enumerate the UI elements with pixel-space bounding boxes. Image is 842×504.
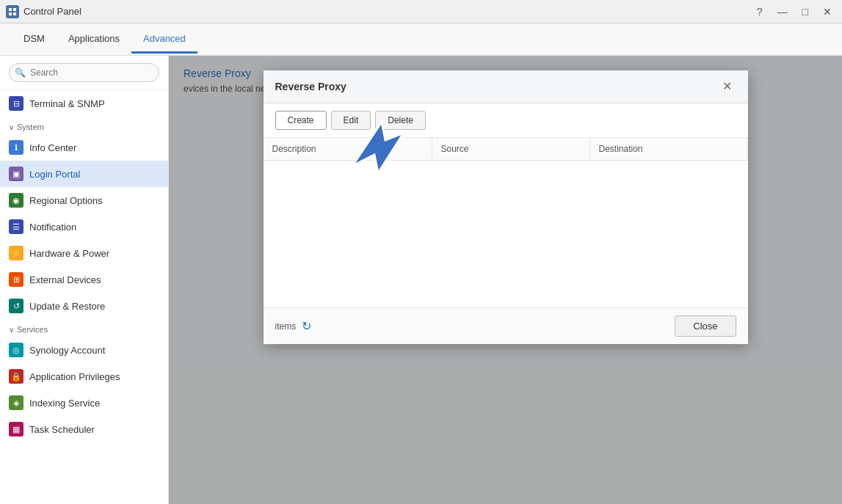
svg-rect-0	[9, 8, 12, 11]
indexing-service-icon: ◈	[9, 395, 23, 410]
update-restore-label: Update & Restore	[29, 301, 105, 312]
col-destination: Destination	[590, 138, 748, 160]
delete-button[interactable]: Delete	[375, 111, 426, 130]
help-button[interactable]: ?	[752, 4, 767, 19]
sidebar-item-indexing-service[interactable]: ◈ Indexing Service	[0, 390, 168, 416]
close-button[interactable]: Close	[675, 315, 736, 337]
modal-title: Reverse Proxy	[275, 81, 346, 92]
sidebar-item-external-devices[interactable]: ⊞ External Devices	[0, 266, 168, 293]
app-icon	[6, 5, 19, 18]
items-count-label: items	[275, 321, 297, 332]
modal-footer: items ↻ Close	[264, 307, 748, 344]
close-window-button[interactable]: ✕	[819, 4, 836, 19]
task-scheduler-label: Task Scheduler	[29, 424, 95, 435]
table-header: Description Source Destination	[264, 138, 748, 161]
sidebar-item-login-portal[interactable]: ▣ Login Portal	[0, 161, 168, 187]
modal-overlay: Reverse Proxy ✕ Create Edit Delete Descr…	[169, 56, 842, 504]
external-devices-label: External Devices	[29, 274, 101, 285]
create-button[interactable]: Create	[275, 111, 327, 130]
synology-account-label: Synology Account	[29, 345, 105, 356]
window-controls: ? — □ ✕	[752, 4, 836, 19]
synology-account-icon: ◎	[9, 343, 23, 357]
svg-rect-3	[13, 12, 16, 15]
section-system-arrow: ∨	[9, 123, 14, 131]
modal-toolbar: Create Edit Delete	[264, 103, 748, 138]
section-services-label: Services	[17, 325, 48, 334]
edit-button[interactable]: Edit	[331, 111, 371, 130]
search-input[interactable]	[9, 63, 159, 82]
modal-table: Description Source Destination	[264, 138, 748, 307]
reverse-proxy-modal: Reverse Proxy ✕ Create Edit Delete Descr…	[264, 70, 748, 344]
main-window: DSM Applications Advanced 🔍 ⊟ Terminal &…	[0, 23, 842, 504]
indexing-service-label: Indexing Service	[29, 398, 100, 409]
maximize-button[interactable]: □	[798, 4, 813, 19]
section-services-arrow: ∨	[9, 326, 14, 334]
svg-rect-2	[9, 12, 12, 15]
notification-icon: ☰	[9, 219, 23, 234]
footer-right: Close	[675, 315, 736, 337]
task-scheduler-icon: ▦	[9, 422, 23, 437]
hardware-power-icon: ⚡	[9, 246, 23, 260]
info-center-label: Info Center	[29, 142, 76, 153]
application-privileges-icon: 🔒	[9, 369, 23, 384]
modal-close-button[interactable]: ✕	[718, 79, 736, 94]
login-portal-icon: ▣	[9, 167, 23, 181]
col-source: Source	[432, 138, 590, 160]
tab-dsm[interactable]: DSM	[12, 26, 57, 54]
login-portal-label: Login Portal	[29, 169, 80, 180]
external-devices-icon: ⊞	[9, 272, 23, 287]
sidebar-item-info-center[interactable]: ℹ Info Center	[0, 134, 168, 161]
section-system-label: System	[17, 123, 44, 131]
regional-options-icon: ◉	[9, 193, 23, 208]
titlebar: Control Panel ? — □ ✕	[0, 0, 842, 23]
refresh-button[interactable]: ↻	[302, 319, 311, 333]
svg-rect-1	[13, 8, 16, 11]
terminal-snmp-icon: ⊟	[9, 96, 23, 111]
tab-applications[interactable]: Applications	[57, 26, 131, 54]
sidebar-item-synology-account[interactable]: ◎ Synology Account	[0, 337, 168, 363]
search-icon: 🔍	[15, 67, 26, 78]
titlebar-left: Control Panel	[6, 5, 81, 18]
notification-label: Notification	[29, 222, 76, 233]
main-panel: Reverse Proxy evices in the local networ…	[169, 56, 842, 504]
sidebar-item-terminal-snmp[interactable]: ⊟ Terminal & SNMP	[0, 90, 168, 117]
app-title: Control Panel	[23, 6, 81, 17]
col-description: Description	[264, 138, 432, 160]
section-system[interactable]: ∨ System	[0, 117, 168, 134]
application-privileges-label: Application Privileges	[29, 371, 120, 382]
modal-header: Reverse Proxy ✕	[264, 70, 748, 103]
tab-advanced[interactable]: Advanced	[131, 26, 197, 54]
sidebar: 🔍 ⊟ Terminal & SNMP ∨ System ℹ I	[0, 56, 169, 504]
regional-options-label: Regional Options	[29, 195, 103, 206]
sidebar-item-regional-options[interactable]: ◉ Regional Options	[0, 187, 168, 213]
section-services[interactable]: ∨ Services	[0, 319, 168, 337]
minimize-button[interactable]: —	[773, 4, 792, 19]
table-body	[264, 161, 748, 307]
hardware-power-label: Hardware & Power	[29, 248, 109, 259]
sidebar-search-container: 🔍	[0, 56, 168, 90]
sidebar-item-hardware-power[interactable]: ⚡ Hardware & Power	[0, 240, 168, 266]
update-restore-icon: ↺	[9, 299, 23, 313]
sidebar-item-notification[interactable]: ☰ Notification	[0, 213, 168, 240]
terminal-snmp-label: Terminal & SNMP	[29, 98, 105, 109]
top-nav: DSM Applications Advanced	[0, 23, 842, 56]
sidebar-item-task-scheduler[interactable]: ▦ Task Scheduler	[0, 416, 168, 442]
sidebar-item-update-restore[interactable]: ↺ Update & Restore	[0, 293, 168, 319]
content-area: 🔍 ⊟ Terminal & SNMP ∨ System ℹ I	[0, 56, 842, 504]
info-center-icon: ℹ	[9, 140, 23, 155]
sidebar-item-application-privileges[interactable]: 🔒 Application Privileges	[0, 363, 168, 390]
